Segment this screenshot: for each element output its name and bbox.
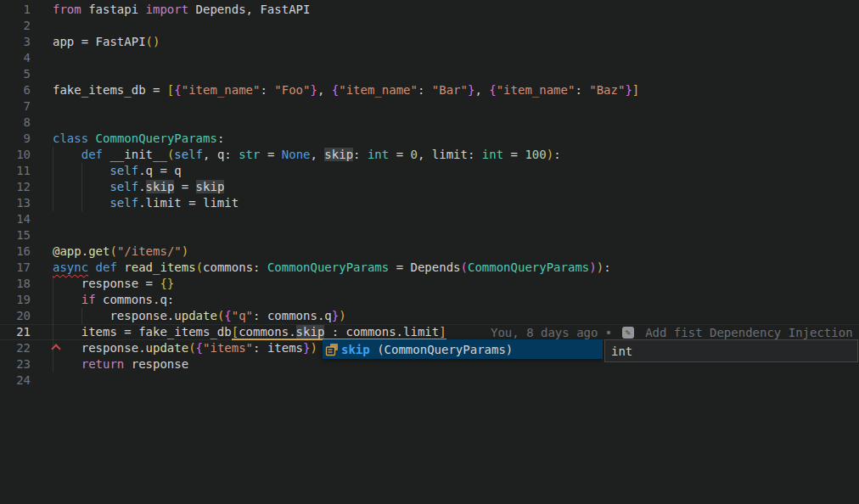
code-line[interactable]: 13 self.limit = limit bbox=[0, 195, 859, 211]
code-line[interactable]: 17async def read_items(commons: CommonQu… bbox=[0, 260, 859, 276]
code-token: "item_name" bbox=[182, 83, 261, 97]
suggest-type-text: int bbox=[611, 344, 632, 358]
code-text[interactable]: self.q = q bbox=[53, 163, 859, 179]
code-text[interactable] bbox=[53, 372, 859, 389]
line-number[interactable]: 19 bbox=[0, 292, 31, 308]
code-text[interactable]: response = {} bbox=[53, 276, 859, 292]
code-line[interactable]: 2 bbox=[0, 18, 859, 34]
code-text[interactable] bbox=[53, 211, 859, 227]
line-number[interactable]: 12 bbox=[0, 179, 31, 195]
code-line[interactable]: 1from fastapi import Depends, FastAPI bbox=[0, 2, 859, 18]
indent-guide bbox=[81, 163, 82, 179]
code-token bbox=[88, 132, 95, 145]
line-number[interactable]: 4 bbox=[0, 50, 31, 66]
indent-guide bbox=[53, 308, 53, 324]
line-number[interactable]: 1 bbox=[0, 2, 31, 18]
line-number[interactable]: 17 bbox=[0, 260, 31, 276]
line-number[interactable]: 11 bbox=[0, 163, 31, 179]
code-line[interactable]: 15 bbox=[0, 227, 859, 244]
line-number[interactable]: 3 bbox=[0, 34, 31, 50]
code-token: from bbox=[53, 3, 81, 16]
code-line[interactable]: 8 bbox=[0, 115, 859, 131]
code-token: CommonQueryParams bbox=[267, 260, 389, 274]
line-number[interactable]: 24 bbox=[0, 372, 31, 389]
code-line[interactable]: 3app = FastAPI() bbox=[0, 34, 859, 50]
indent-guide bbox=[53, 276, 53, 292]
line-number[interactable]: 18 bbox=[0, 276, 31, 292]
code-line[interactable]: 4 bbox=[0, 50, 859, 66]
code-line[interactable]: 11 self.q = q bbox=[0, 163, 859, 179]
code-text[interactable]: if commons.q: bbox=[53, 292, 859, 308]
line-number[interactable]: 5 bbox=[0, 66, 31, 82]
code-token: : bbox=[353, 148, 368, 161]
code-text[interactable]: class CommonQueryParams: bbox=[53, 131, 859, 147]
code-text[interactable]: self.limit = limit bbox=[53, 195, 859, 211]
code-token: : bbox=[575, 83, 589, 97]
line-number[interactable]: 9 bbox=[0, 131, 31, 147]
code-line[interactable]: 20 response.update({"q": commons.q}) bbox=[0, 308, 859, 324]
line-number[interactable]: 10 bbox=[0, 147, 31, 163]
code-token: = bbox=[260, 148, 281, 161]
code-line[interactable]: 7 bbox=[0, 98, 859, 115]
line-number[interactable]: 15 bbox=[0, 227, 31, 244]
code-token: .limit = limit bbox=[138, 196, 239, 210]
code-line[interactable]: 24 bbox=[0, 372, 859, 389]
code-token: @app.get bbox=[53, 244, 109, 258]
code-token: update bbox=[146, 341, 189, 355]
line-number[interactable]: 14 bbox=[0, 211, 31, 227]
line-number[interactable]: 20 bbox=[0, 308, 31, 324]
code-line[interactable]: 12 self.skip = skip bbox=[0, 179, 859, 195]
code-token: = Depends bbox=[389, 260, 460, 274]
line-number[interactable]: 22 bbox=[0, 340, 31, 356]
code-text[interactable] bbox=[53, 50, 859, 66]
indent-guide bbox=[81, 179, 82, 195]
code-token: self bbox=[109, 164, 138, 177]
code-token: ] bbox=[439, 325, 446, 339]
memo-icon: ✎ bbox=[622, 327, 634, 339]
code-text[interactable] bbox=[53, 98, 859, 115]
code-text[interactable]: response.update({"q": commons.q}) bbox=[53, 308, 859, 324]
line-number[interactable]: 16 bbox=[0, 244, 31, 260]
code-token: fastapi bbox=[81, 3, 146, 16]
code-line[interactable]: 9class CommonQueryParams: bbox=[0, 131, 859, 147]
indent-guide bbox=[53, 324, 53, 340]
code-text[interactable]: app = FastAPI() bbox=[53, 34, 859, 50]
line-number[interactable]: 21 bbox=[0, 324, 31, 340]
code-line[interactable]: 19 if commons.q: bbox=[0, 292, 859, 308]
code-text[interactable]: self.skip = skip bbox=[53, 179, 859, 195]
code-token: .q = q bbox=[138, 164, 182, 177]
line-number[interactable]: 23 bbox=[0, 356, 31, 372]
indent-guide bbox=[53, 163, 53, 179]
line-number[interactable]: 7 bbox=[0, 98, 31, 115]
suggest-item-label[interactable]: skip bbox=[341, 343, 370, 356]
code-line[interactable]: 18 response = {} bbox=[0, 276, 859, 292]
code-line[interactable]: 16@app.get("/items/") bbox=[0, 244, 859, 260]
code-line[interactable]: 10 def __init__(self, q: str = None, ski… bbox=[0, 147, 859, 163]
code-token: commons. bbox=[239, 325, 295, 339]
code-line[interactable]: 14 bbox=[0, 211, 859, 227]
line-number[interactable]: 6 bbox=[0, 82, 31, 98]
code-text[interactable]: from fastapi import Depends, FastAPI bbox=[53, 2, 859, 18]
code-editor[interactable]: 1from fastapi import Depends, FastAPI23a… bbox=[0, 0, 859, 504]
code-text[interactable]: def __init__(self, q: str = None, skip: … bbox=[53, 147, 859, 163]
line-number[interactable]: 8 bbox=[0, 115, 31, 131]
code-text[interactable] bbox=[53, 66, 859, 82]
suggest-widget[interactable]: skip (CommonQueryParams) bbox=[323, 339, 603, 359]
code-token: : commons.limit bbox=[324, 325, 439, 339]
blame-author-date: You, 8 days ago • bbox=[491, 326, 620, 339]
line-number[interactable]: 2 bbox=[0, 18, 31, 34]
code-token: response = bbox=[53, 277, 160, 290]
line-number[interactable]: 13 bbox=[0, 195, 31, 211]
code-text[interactable] bbox=[53, 18, 859, 34]
code-token: None bbox=[282, 148, 311, 161]
code-line[interactable]: 5 bbox=[0, 66, 859, 82]
code-text[interactable]: async def read_items(commons: CommonQuer… bbox=[53, 260, 859, 276]
code-text[interactable] bbox=[53, 115, 859, 131]
code-line[interactable]: 6fake_items_db = [{"item_name": "Foo"}, … bbox=[0, 82, 859, 98]
suggest-item-detail: (CommonQueryParams) bbox=[370, 343, 514, 356]
code-text[interactable]: fake_items_db = [{"item_name": "Foo"}, {… bbox=[53, 82, 859, 98]
code-text[interactable] bbox=[53, 227, 859, 244]
code-token: ) bbox=[589, 260, 596, 274]
code-text[interactable]: @app.get("/items/") bbox=[53, 244, 859, 260]
git-blame-annotation: You, 8 days ago • ✎ Add fist Dependency … bbox=[491, 324, 859, 340]
